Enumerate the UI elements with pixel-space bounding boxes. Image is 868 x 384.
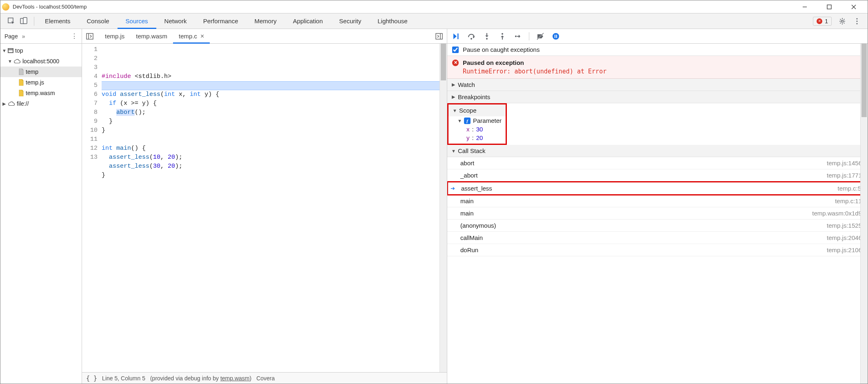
step-button[interactable] [513,32,522,41]
scope-highlight-box: ▼ Scope ▼ f Parameter x: 30y: 20 [447,103,507,145]
panel-tab-sources[interactable]: Sources [118,13,156,29]
frame-location[interactable]: temp.js:1525 [827,222,862,229]
navigator-menu-icon[interactable]: ⋮ [71,32,78,40]
debugger-panel: Pause on caught exceptions ✕ Paused on e… [447,29,868,384]
callstack-section-header[interactable]: ▼ Call Stack [447,145,868,157]
resume-button[interactable] [451,32,460,41]
svg-rect-27 [556,35,557,38]
tree-file[interactable]: temp.js [0,77,82,88]
window-close-button[interactable] [841,0,866,13]
step-into-button[interactable] [482,32,491,41]
callstack-frame[interactable]: _aborttemp.js:1771 [447,169,868,182]
inspect-element-icon[interactable] [7,17,16,26]
editor-panel: temp.jstemp.wasmtemp.c× 1234567891011121… [82,29,447,384]
callstack-frame[interactable]: ➔assert_lesstemp.c:5 [447,181,868,195]
editor-scrollbar[interactable] [440,44,447,372]
callstack-frame[interactable]: maintemp.wasm:0x1d9 [447,207,868,220]
devtools-window: DevTools - localhost:5000/temp ElementsC… [0,0,868,384]
tree-origin[interactable]: ▼ localhost:5000 [0,56,82,67]
breakpoints-section-header[interactable]: ▶ Breakpoints [447,91,868,103]
frame-location[interactable]: temp.c:5 [837,185,861,192]
window-minimize-button[interactable] [793,0,817,13]
panel-tab-application[interactable]: Application [285,13,331,29]
svg-rect-15 [457,33,459,39]
editor-tab[interactable]: temp.wasm [130,29,173,44]
callstack-frame[interactable]: doRuntemp.js:2106 [447,244,868,256]
deactivate-breakpoints-button[interactable] [536,32,545,41]
expand-icon: ▼ [453,108,457,113]
panel-tab-console[interactable]: Console [79,13,118,29]
step-over-button[interactable] [467,32,476,41]
close-tab-icon[interactable]: × [200,33,204,40]
file-icon [18,79,24,86]
navigator-more-tabs-icon[interactable]: » [22,33,25,40]
callstack-frame[interactable]: maintemp.c:11 [447,195,868,207]
tree-label: temp.wasm [26,90,55,96]
tree-label: temp [26,69,38,75]
navigator-tab-page[interactable]: Page [4,33,18,40]
panel-tab-performance[interactable]: Performance [195,13,246,29]
tree-label: top [15,47,23,54]
svg-point-10 [856,23,857,24]
expand-icon: ▼ [2,48,6,53]
code-area[interactable]: #include <stdlib.h> void assert_less(int… [102,44,440,372]
frame-location[interactable]: temp.js:1771 [827,172,862,179]
callstack-frame[interactable]: (anonymous)temp.js:1525 [447,220,868,232]
current-frame-icon: ➔ [451,185,455,191]
tree-file-origin[interactable]: ▶ file:// [0,98,82,109]
pretty-print-icon[interactable]: { } [86,375,97,382]
expand-icon: ▶ [451,94,455,100]
svg-point-20 [502,33,503,35]
editor-tab[interactable]: temp.js [99,29,130,44]
panel-tab-memory[interactable]: Memory [246,13,285,29]
var-value: 30 [476,126,483,133]
panel-tab-security[interactable]: Security [331,13,369,29]
tree-file[interactable]: temp.wasm [0,88,82,98]
callstack-frame[interactable]: aborttemp.js:1456 [447,157,868,169]
panel-tab-elements[interactable]: Elements [37,13,79,29]
app-icon [2,3,9,11]
error-count-pill[interactable]: 1 [813,17,832,26]
frame-location[interactable]: temp.js:2046 [827,234,862,241]
scope-variable[interactable]: x: 30 [448,125,506,133]
watch-section-header[interactable]: ▶ Watch [447,79,868,91]
frame-location[interactable]: temp.js:2106 [827,246,862,253]
frame-location[interactable]: temp.wasm:0x1d9 [812,210,862,217]
tree-top-frame[interactable]: ▼ top [0,45,82,56]
scope-category[interactable]: ▼ f Parameter [448,116,506,125]
settings-gear-icon[interactable] [838,17,846,25]
show-navigator-icon[interactable] [85,32,94,41]
frame-function: abort [453,160,474,166]
svg-point-7 [841,20,844,22]
debug-info-link[interactable]: temp.wasm [220,375,250,382]
pause-exceptions-button[interactable] [551,32,560,41]
scope-section-header[interactable]: ▼ Scope [448,104,506,116]
error-icon [817,18,822,24]
file-icon [18,69,24,75]
error-count-value: 1 [825,18,828,24]
paused-exception-banner: ✕ Paused on exception RuntimeError: abor… [447,56,868,79]
editor-tab-label: temp.js [105,33,124,40]
tree-label: localhost:5000 [22,58,59,64]
more-menu-icon[interactable] [853,17,861,25]
exception-icon: ✕ [452,60,459,66]
editor-tab[interactable]: temp.c× [173,29,210,44]
frame-location[interactable]: temp.js:1456 [827,160,862,166]
show-debugger-icon[interactable] [435,32,444,41]
pause-on-caught-checkbox[interactable] [452,47,459,53]
navigator-panel: Page » ⋮ ▼ top ▼ localhost:5000 temptemp… [0,29,82,384]
panel-tab-lighthouse[interactable]: Lighthouse [369,13,415,29]
step-out-button[interactable] [498,32,507,41]
window-maximize-button[interactable] [817,0,841,13]
panel-tab-network[interactable]: Network [156,13,195,29]
debugger-scrollbar[interactable] [860,44,868,384]
tree-file[interactable]: temp [0,67,82,77]
coverage-truncated: Covera [256,375,275,382]
frame-location[interactable]: temp.c:11 [835,198,862,204]
callstack-frame[interactable]: callMaintemp.js:2046 [447,232,868,244]
svg-point-18 [486,38,488,40]
code-editor[interactable]: 12345678910111213 #include <stdlib.h> vo… [82,44,447,372]
window-title: DevTools - localhost:5000/temp [13,4,793,10]
scope-variable[interactable]: y: 20 [448,133,506,142]
device-mode-icon[interactable] [19,17,28,26]
